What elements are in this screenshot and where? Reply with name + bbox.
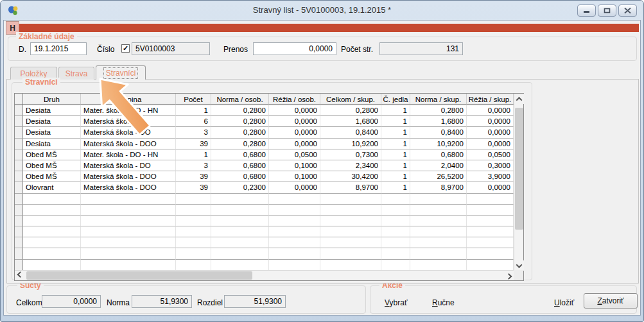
tab-stravnici[interactable]: Stravníci bbox=[96, 65, 146, 80]
ulozit-button[interactable]: Uložiť bbox=[554, 298, 574, 307]
cislo-checkbox[interactable]: ✓ bbox=[121, 44, 130, 53]
table-cell[interactable]: 1,6800 bbox=[410, 116, 467, 127]
table-cell[interactable]: 8,9700 bbox=[320, 182, 381, 193]
table-cell[interactable]: Obed MŠ bbox=[23, 149, 81, 160]
table-cell[interactable]: 1 bbox=[176, 105, 211, 116]
table-cell[interactable]: 10,9200 bbox=[410, 139, 467, 149]
column-header-9[interactable]: Réžia / skup. bbox=[467, 94, 514, 105]
table-cell[interactable]: 1 bbox=[381, 171, 410, 182]
table-cell[interactable]: 1 bbox=[381, 149, 410, 160]
table-cell[interactable]: Materská škola - DO bbox=[81, 160, 176, 171]
row-selector-cell[interactable] bbox=[15, 149, 23, 160]
table-cell[interactable]: 26,5200 bbox=[410, 171, 467, 182]
table-row[interactable]: OlovrantMaterská škola - DOO390,23000,00… bbox=[15, 182, 514, 193]
close-button[interactable] bbox=[618, 4, 637, 17]
date-input[interactable]: 19.1.2015 bbox=[30, 42, 87, 55]
table-cell[interactable]: 0,0000 bbox=[467, 139, 514, 149]
table-cell[interactable]: Mater. škola - DO - HN bbox=[81, 105, 176, 116]
table-cell[interactable]: 0,0500 bbox=[467, 149, 514, 160]
table-cell[interactable]: 0,0000 bbox=[269, 139, 320, 149]
table-cell[interactable]: 30,4200 bbox=[320, 171, 381, 182]
table-cell[interactable]: 0,6800 bbox=[211, 171, 269, 182]
table-cell[interactable]: 1 bbox=[381, 105, 410, 116]
table-cell[interactable]: 0,0500 bbox=[269, 149, 320, 160]
row-selector-cell[interactable] bbox=[15, 127, 23, 138]
column-header-4[interactable]: Norma / osob. bbox=[211, 94, 269, 105]
table-row[interactable]: DesiataMaterská škola - DOO390,28000,000… bbox=[15, 139, 514, 149]
table-row[interactable]: Obed MŠMaterská škola - DOO390,68000,100… bbox=[15, 171, 514, 182]
table-cell[interactable]: 1 bbox=[381, 182, 410, 193]
table-cell[interactable]: 0,0000 bbox=[467, 182, 514, 193]
table-cell[interactable]: 0,2800 bbox=[211, 105, 269, 116]
row-selector-cell[interactable] bbox=[15, 171, 23, 182]
table-cell[interactable]: Obed MŠ bbox=[23, 171, 81, 182]
table-cell[interactable]: 1 bbox=[381, 160, 410, 171]
table-cell[interactable]: 0,6800 bbox=[211, 160, 269, 171]
restore-button[interactable] bbox=[598, 4, 616, 17]
table-cell[interactable]: 0,2800 bbox=[320, 105, 381, 116]
table-cell[interactable]: 39 bbox=[176, 139, 211, 149]
table-cell[interactable]: 1 bbox=[176, 149, 211, 160]
table-cell[interactable]: 1 bbox=[381, 116, 410, 127]
table-cell[interactable]: 0,2800 bbox=[410, 105, 467, 116]
table-cell[interactable]: 1 bbox=[381, 139, 410, 149]
table-cell[interactable]: 0,3000 bbox=[467, 160, 514, 171]
row-selector-cell[interactable] bbox=[15, 160, 23, 171]
table-cell[interactable]: Obed MŠ bbox=[23, 160, 81, 171]
table-cell[interactable]: 10,9200 bbox=[320, 139, 381, 149]
prenos-input[interactable]: 0,0000 bbox=[253, 42, 336, 55]
row-selector-cell[interactable] bbox=[15, 105, 23, 116]
table-row[interactable]: DesiataMater. škola - DO - HN10,28000,00… bbox=[15, 105, 514, 116]
column-header-5[interactable]: Réžia / osob. bbox=[269, 94, 320, 105]
tab-strava[interactable]: Strava bbox=[58, 67, 94, 80]
table-row[interactable]: Obed MŠMater. škola - DO - HN10,68000,05… bbox=[15, 149, 514, 160]
vertical-scrollbar[interactable] bbox=[514, 94, 523, 271]
table-cell[interactable]: Materská škola - DOO bbox=[81, 182, 176, 193]
table-cell[interactable]: Mater. škola - DO - HN bbox=[81, 149, 176, 160]
table-row[interactable]: DesiataMaterská škola - DO30,28000,00000… bbox=[15, 127, 514, 138]
table-cell[interactable]: 0,7300 bbox=[320, 149, 381, 160]
table-cell[interactable]: 0,0000 bbox=[269, 127, 320, 138]
scroll-down-button[interactable] bbox=[514, 260, 524, 271]
table-cell[interactable]: 1,6800 bbox=[320, 116, 381, 127]
table-cell[interactable]: Desiata bbox=[23, 139, 81, 149]
vertical-scroll-thumb[interactable] bbox=[515, 108, 523, 230]
table-cell[interactable]: Desiata bbox=[23, 127, 81, 138]
table-cell[interactable]: 3 bbox=[176, 127, 211, 138]
scroll-right-button[interactable] bbox=[503, 271, 514, 280]
row-selector-cell[interactable] bbox=[15, 116, 23, 127]
zatvorit-button[interactable]: Zatvoriť bbox=[584, 293, 638, 309]
table-cell[interactable]: 3,9000 bbox=[467, 171, 514, 182]
table-cell[interactable]: Materská škola - DOO bbox=[81, 171, 176, 182]
table-row[interactable]: DesiataMaterská škola - D60,28000,00001,… bbox=[15, 116, 514, 127]
horizontal-scroll-thumb[interactable] bbox=[26, 271, 252, 280]
horizontal-scrollbar[interactable] bbox=[15, 270, 514, 280]
scroll-up-button[interactable] bbox=[514, 94, 524, 104]
table-cell[interactable]: Materská škola - D bbox=[81, 116, 176, 127]
table-cell[interactable]: 0,8400 bbox=[320, 127, 381, 138]
table-cell[interactable]: 0,1000 bbox=[269, 171, 320, 182]
column-header-8[interactable]: Norma / skup. bbox=[410, 94, 467, 105]
column-header-3[interactable]: Počet bbox=[176, 94, 211, 105]
table-cell[interactable]: 0,0000 bbox=[467, 127, 514, 138]
column-header-2[interactable]: Skupina bbox=[81, 94, 176, 105]
rucne-button[interactable]: Ručne bbox=[432, 298, 455, 307]
column-header-7[interactable]: Č. jedla bbox=[381, 94, 410, 105]
table-cell[interactable]: 39 bbox=[176, 182, 211, 193]
table-cell[interactable]: 2,0400 bbox=[410, 160, 467, 171]
table-cell[interactable]: 39 bbox=[176, 171, 211, 182]
table-cell[interactable]: 3 bbox=[176, 160, 211, 171]
table-cell[interactable]: 0,1000 bbox=[269, 160, 320, 171]
table-cell[interactable]: 8,9700 bbox=[410, 182, 467, 193]
table-cell[interactable]: 0,6800 bbox=[211, 149, 269, 160]
scroll-left-button[interactable] bbox=[15, 271, 25, 280]
table-cell[interactable]: 0,0000 bbox=[467, 116, 514, 127]
table-row[interactable]: Obed MŠMaterská škola - DO30,68000,10002… bbox=[15, 160, 514, 171]
column-header-1[interactable]: Druh bbox=[23, 94, 81, 105]
table-cell[interactable]: Desiata bbox=[23, 116, 81, 127]
table-cell[interactable]: 0,6800 bbox=[410, 149, 467, 160]
table-cell[interactable]: 0,0000 bbox=[269, 116, 320, 127]
table-cell[interactable]: Olovrant bbox=[23, 182, 81, 193]
table-cell[interactable]: 6 bbox=[176, 116, 211, 127]
table-cell[interactable]: 0,2800 bbox=[211, 139, 269, 149]
